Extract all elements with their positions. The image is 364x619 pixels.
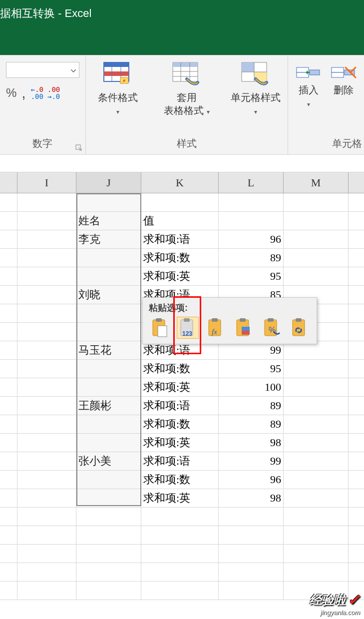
svg-text:fx: fx: [212, 328, 217, 336]
cell[interactable]: [284, 212, 349, 230]
cell-value[interactable]: 100: [219, 378, 284, 396]
cell[interactable]: [219, 212, 284, 230]
cell-value[interactable]: 95: [219, 267, 284, 285]
cell[interactable]: [219, 193, 284, 211]
cell-name[interactable]: [76, 267, 141, 285]
header-cell-value[interactable]: 值: [141, 212, 219, 230]
col-header-j[interactable]: J: [76, 172, 141, 193]
cell[interactable]: [76, 193, 141, 211]
cell-value[interactable]: 95: [219, 360, 284, 378]
paste-options-popup: 粘贴选项: 123 fx: [142, 297, 317, 344]
delete-button[interactable]: 删除: [331, 61, 357, 109]
col-header-m[interactable]: M: [284, 172, 349, 193]
cell[interactable]: [284, 193, 349, 211]
cell-name[interactable]: [76, 249, 141, 267]
column-headers: I J K L M: [0, 172, 364, 193]
cell-styles-button[interactable]: 单元格样式▾: [228, 61, 283, 117]
clipboard-formatting-icon: [235, 318, 253, 338]
spreadsheet-grid[interactable]: I J K L M 姓名 值 李克求和项:语96 求和项:数89: [0, 172, 364, 600]
cell-item[interactable]: 求和项:数: [141, 471, 219, 489]
cell-name[interactable]: [76, 471, 141, 489]
cell-name[interactable]: 张小美: [76, 452, 141, 470]
cell-name[interactable]: [76, 489, 141, 507]
cell-item[interactable]: 求和项:英: [141, 267, 219, 285]
conditional-format-button[interactable]: ≠ 条件格式▾: [90, 61, 145, 117]
col-header-k[interactable]: K: [141, 172, 219, 193]
cell[interactable]: [0, 193, 17, 211]
paste-option-formatting[interactable]: [233, 317, 255, 339]
table-row: 求和项:英100: [0, 378, 364, 397]
cell-item[interactable]: 求和项:语: [141, 452, 219, 470]
table-row: 求和项:数89: [0, 415, 364, 434]
paste-option-percent[interactable]: %: [261, 317, 283, 339]
format-as-table-button[interactable]: 套用表格格式 ▾: [159, 61, 214, 117]
cell-value[interactable]: 98: [219, 434, 284, 452]
cell-value[interactable]: 96: [219, 471, 284, 489]
cell[interactable]: [141, 193, 219, 211]
table-row: 求和项:数89: [0, 249, 364, 267]
cell-value[interactable]: 96: [219, 230, 284, 248]
col-header-i[interactable]: I: [17, 172, 76, 193]
cell-value[interactable]: 89: [219, 397, 284, 415]
chevron-down-icon: ▾: [207, 108, 210, 115]
cell-name[interactable]: 王颜彬: [76, 397, 141, 415]
svg-rect-9: [173, 62, 198, 67]
paste-option-formulas[interactable]: fx: [205, 317, 227, 339]
svg-rect-22: [332, 67, 344, 72]
cell[interactable]: [17, 193, 76, 211]
cell-item[interactable]: 求和项:语: [141, 397, 219, 415]
watermark-url: jingyanla.com: [310, 609, 360, 616]
insert-button[interactable]: 插入▾: [296, 61, 322, 109]
table-row: 求和项:英95: [0, 267, 364, 286]
col-header[interactable]: [0, 172, 17, 193]
number-dialog-launcher-icon[interactable]: [75, 144, 82, 151]
svg-rect-36: [242, 327, 250, 331]
percent-button[interactable]: %: [6, 86, 16, 100]
cells-group-label: 单元格: [332, 137, 362, 152]
svg-text:≠: ≠: [123, 78, 126, 83]
cell-name[interactable]: 刘晓: [76, 286, 141, 304]
cell-name[interactable]: [76, 323, 141, 341]
cell-name[interactable]: 马玉花: [76, 341, 141, 359]
cell-name[interactable]: [76, 378, 141, 396]
cell-value[interactable]: 89: [219, 249, 284, 267]
svg-text:123: 123: [182, 330, 192, 337]
number-format-dropdown[interactable]: [6, 62, 79, 78]
comma-style-button[interactable]: ,: [21, 84, 25, 101]
cell-name[interactable]: [76, 360, 141, 378]
col-header-l[interactable]: L: [219, 172, 284, 193]
cell-name[interactable]: [76, 434, 141, 452]
cell[interactable]: [349, 193, 364, 211]
cell-name[interactable]: 李克: [76, 230, 141, 248]
cell-name[interactable]: [76, 304, 141, 322]
table-row: [0, 545, 364, 563]
cell[interactable]: [17, 212, 76, 230]
cell-item[interactable]: 求和项:数: [141, 415, 219, 433]
col-header[interactable]: [349, 172, 364, 193]
table-format-icon: [172, 61, 202, 89]
paste-option-paste[interactable]: [149, 317, 171, 339]
cell-item[interactable]: 求和项:语: [141, 230, 219, 248]
cell-value[interactable]: 99: [219, 452, 284, 470]
cell-item[interactable]: 求和项:英: [141, 434, 219, 452]
header-cell-name[interactable]: 姓名: [76, 212, 141, 230]
cell-value[interactable]: 98: [219, 489, 284, 507]
paste-option-link[interactable]: [289, 317, 311, 339]
cell-item[interactable]: 求和项:数: [141, 249, 219, 267]
cell-value[interactable]: 89: [219, 415, 284, 433]
conditional-format-icon: ≠: [103, 61, 133, 89]
table-row: 姓名 值: [0, 212, 364, 230]
paste-option-values[interactable]: 123: [177, 317, 199, 339]
check-icon: ✓: [348, 591, 360, 609]
cell-item[interactable]: 求和项:英: [141, 489, 219, 507]
increase-decimal-button[interactable]: ←.0.00: [31, 86, 43, 100]
formula-bar[interactable]: [0, 155, 364, 172]
number-group-label: 数字: [32, 137, 52, 152]
decrease-decimal-button[interactable]: .00→.0: [47, 86, 60, 100]
svg-rect-26: [156, 318, 162, 322]
cell[interactable]: [0, 212, 17, 230]
cell-name[interactable]: [76, 415, 141, 433]
cell-item[interactable]: 求和项:数: [141, 360, 219, 378]
cell-item[interactable]: 求和项:英: [141, 378, 219, 396]
cell[interactable]: [349, 212, 364, 230]
